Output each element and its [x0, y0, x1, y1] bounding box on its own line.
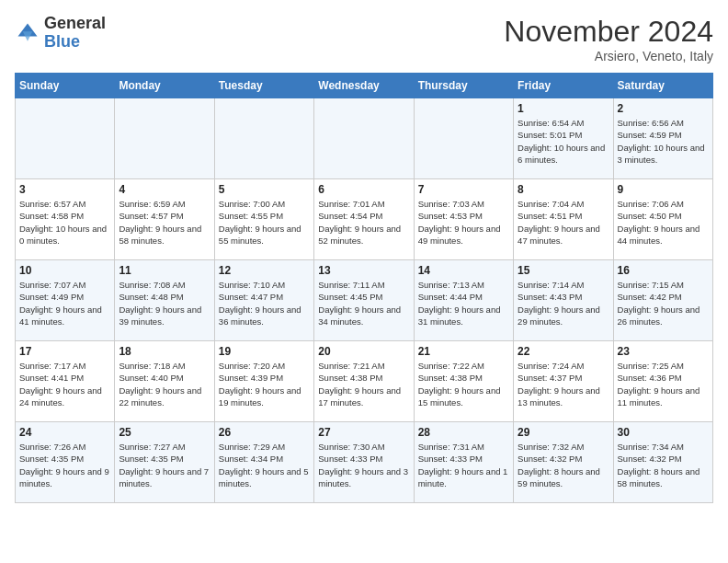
calendar-week-row: 24Sunrise: 7:26 AM Sunset: 4:35 PM Dayli… [16, 422, 713, 503]
calendar-cell: 27Sunrise: 7:30 AM Sunset: 4:33 PM Dayli… [314, 422, 414, 503]
calendar-cell [314, 98, 414, 179]
calendar-cell: 22Sunrise: 7:24 AM Sunset: 4:37 PM Dayli… [514, 341, 613, 422]
day-info: Sunrise: 7:00 AM Sunset: 4:55 PM Dayligh… [219, 198, 310, 247]
logo-blue: Blue [44, 32, 80, 51]
calendar-cell: 12Sunrise: 7:10 AM Sunset: 4:47 PM Dayli… [214, 260, 313, 341]
calendar-cell: 10Sunrise: 7:07 AM Sunset: 4:49 PM Dayli… [16, 260, 115, 341]
calendar-cell: 16Sunrise: 7:15 AM Sunset: 4:42 PM Dayli… [613, 260, 712, 341]
day-number: 15 [518, 264, 609, 277]
day-info: Sunrise: 7:10 AM Sunset: 4:47 PM Dayligh… [219, 279, 310, 327]
day-info: Sunrise: 7:13 AM Sunset: 4:44 PM Dayligh… [418, 279, 509, 327]
day-info: Sunrise: 7:26 AM Sunset: 4:35 PM Dayligh… [19, 441, 110, 489]
day-info: Sunrise: 7:03 AM Sunset: 4:53 PM Dayligh… [418, 198, 509, 247]
day-info: Sunrise: 7:21 AM Sunset: 4:38 PM Dayligh… [318, 360, 409, 408]
day-number: 26 [219, 426, 310, 439]
day-info: Sunrise: 7:34 AM Sunset: 4:32 PM Dayligh… [618, 441, 709, 489]
day-info: Sunrise: 7:06 AM Sunset: 4:50 PM Dayligh… [618, 198, 709, 247]
calendar-cell [414, 98, 513, 179]
day-info: Sunrise: 7:01 AM Sunset: 4:54 PM Dayligh… [318, 198, 409, 247]
day-number: 29 [518, 426, 609, 439]
day-info: Sunrise: 7:18 AM Sunset: 4:40 PM Dayligh… [119, 360, 210, 408]
header-day-thursday: Thursday [414, 74, 513, 98]
day-info: Sunrise: 7:27 AM Sunset: 4:35 PM Dayligh… [119, 441, 210, 489]
page-header: General Blue November 2024 Arsiero, Vene… [15, 15, 713, 63]
day-number: 23 [618, 345, 709, 358]
calendar-cell [214, 98, 313, 179]
calendar-header-row: SundayMondayTuesdayWednesdayThursdayFrid… [16, 74, 713, 98]
day-number: 16 [618, 264, 709, 277]
logo-icon [15, 20, 40, 46]
day-info: Sunrise: 7:20 AM Sunset: 4:39 PM Dayligh… [219, 360, 310, 408]
day-info: Sunrise: 7:24 AM Sunset: 4:37 PM Dayligh… [518, 360, 609, 408]
calendar-cell: 25Sunrise: 7:27 AM Sunset: 4:35 PM Dayli… [115, 422, 214, 503]
logo-text: General Blue [44, 15, 106, 52]
calendar-cell: 6Sunrise: 7:01 AM Sunset: 4:54 PM Daylig… [314, 179, 414, 260]
day-info: Sunrise: 7:30 AM Sunset: 4:33 PM Dayligh… [318, 441, 409, 489]
calendar-cell: 3Sunrise: 6:57 AM Sunset: 4:58 PM Daylig… [16, 179, 115, 260]
day-info: Sunrise: 7:25 AM Sunset: 4:36 PM Dayligh… [618, 360, 709, 408]
day-number: 3 [19, 183, 110, 196]
day-info: Sunrise: 7:14 AM Sunset: 4:43 PM Dayligh… [518, 279, 609, 327]
day-info: Sunrise: 6:56 AM Sunset: 4:59 PM Dayligh… [618, 117, 709, 166]
calendar-cell: 26Sunrise: 7:29 AM Sunset: 4:34 PM Dayli… [214, 422, 313, 503]
calendar-cell: 28Sunrise: 7:31 AM Sunset: 4:33 PM Dayli… [414, 422, 513, 503]
header-day-sunday: Sunday [16, 74, 115, 98]
day-number: 25 [119, 426, 210, 439]
day-info: Sunrise: 7:11 AM Sunset: 4:45 PM Dayligh… [318, 279, 409, 327]
header-day-monday: Monday [115, 74, 214, 98]
calendar-cell: 30Sunrise: 7:34 AM Sunset: 4:32 PM Dayli… [613, 422, 712, 503]
calendar-cell: 19Sunrise: 7:20 AM Sunset: 4:39 PM Dayli… [214, 341, 313, 422]
day-number: 27 [318, 426, 409, 439]
day-info: Sunrise: 7:22 AM Sunset: 4:38 PM Dayligh… [418, 360, 509, 408]
calendar-cell: 24Sunrise: 7:26 AM Sunset: 4:35 PM Dayli… [16, 422, 115, 503]
calendar-cell: 23Sunrise: 7:25 AM Sunset: 4:36 PM Dayli… [613, 341, 712, 422]
day-info: Sunrise: 6:59 AM Sunset: 4:57 PM Dayligh… [119, 198, 210, 247]
day-info: Sunrise: 7:04 AM Sunset: 4:51 PM Dayligh… [518, 198, 609, 247]
calendar-cell: 8Sunrise: 7:04 AM Sunset: 4:51 PM Daylig… [514, 179, 613, 260]
day-number: 30 [618, 426, 709, 439]
day-number: 17 [19, 345, 110, 358]
calendar-cell: 7Sunrise: 7:03 AM Sunset: 4:53 PM Daylig… [414, 179, 513, 260]
day-number: 9 [618, 183, 709, 196]
calendar-table: SundayMondayTuesdayWednesdayThursdayFrid… [15, 73, 713, 503]
calendar-week-row: 10Sunrise: 7:07 AM Sunset: 4:49 PM Dayli… [16, 260, 713, 341]
day-number: 1 [518, 102, 609, 115]
calendar-cell: 4Sunrise: 6:59 AM Sunset: 4:57 PM Daylig… [115, 179, 214, 260]
day-info: Sunrise: 7:17 AM Sunset: 4:41 PM Dayligh… [19, 360, 110, 408]
day-info: Sunrise: 7:08 AM Sunset: 4:48 PM Dayligh… [119, 279, 210, 327]
calendar-cell: 18Sunrise: 7:18 AM Sunset: 4:40 PM Dayli… [115, 341, 214, 422]
logo: General Blue [15, 15, 106, 52]
calendar-cell: 2Sunrise: 6:56 AM Sunset: 4:59 PM Daylig… [613, 98, 712, 179]
location: Arsiero, Veneto, Italy [504, 49, 713, 63]
day-number: 28 [418, 426, 509, 439]
calendar-cell: 14Sunrise: 7:13 AM Sunset: 4:44 PM Dayli… [414, 260, 513, 341]
day-number: 2 [618, 102, 709, 115]
day-info: Sunrise: 7:31 AM Sunset: 4:33 PM Dayligh… [418, 441, 509, 489]
logo-general: General [44, 14, 106, 32]
header-day-tuesday: Tuesday [214, 74, 313, 98]
calendar-cell: 13Sunrise: 7:11 AM Sunset: 4:45 PM Dayli… [314, 260, 414, 341]
calendar-cell: 5Sunrise: 7:00 AM Sunset: 4:55 PM Daylig… [214, 179, 313, 260]
calendar-cell: 20Sunrise: 7:21 AM Sunset: 4:38 PM Dayli… [314, 341, 414, 422]
month-title: November 2024 [504, 15, 713, 49]
day-info: Sunrise: 6:57 AM Sunset: 4:58 PM Dayligh… [19, 198, 110, 247]
calendar-cell: 17Sunrise: 7:17 AM Sunset: 4:41 PM Dayli… [16, 341, 115, 422]
day-number: 18 [119, 345, 210, 358]
calendar-cell: 1Sunrise: 6:54 AM Sunset: 5:01 PM Daylig… [514, 98, 613, 179]
calendar-cell: 11Sunrise: 7:08 AM Sunset: 4:48 PM Dayli… [115, 260, 214, 341]
day-info: Sunrise: 6:54 AM Sunset: 5:01 PM Dayligh… [518, 117, 609, 166]
day-number: 4 [119, 183, 210, 196]
day-number: 19 [219, 345, 310, 358]
day-number: 7 [418, 183, 509, 196]
day-number: 11 [119, 264, 210, 277]
day-number: 12 [219, 264, 310, 277]
calendar-cell: 21Sunrise: 7:22 AM Sunset: 4:38 PM Dayli… [414, 341, 513, 422]
day-info: Sunrise: 7:15 AM Sunset: 4:42 PM Dayligh… [618, 279, 709, 327]
header-day-friday: Friday [514, 74, 613, 98]
calendar-cell: 9Sunrise: 7:06 AM Sunset: 4:50 PM Daylig… [613, 179, 712, 260]
calendar-cell: 29Sunrise: 7:32 AM Sunset: 4:32 PM Dayli… [514, 422, 613, 503]
day-number: 13 [318, 264, 409, 277]
calendar-week-row: 3Sunrise: 6:57 AM Sunset: 4:58 PM Daylig… [16, 179, 713, 260]
calendar-week-row: 1Sunrise: 6:54 AM Sunset: 5:01 PM Daylig… [16, 98, 713, 179]
header-day-saturday: Saturday [613, 74, 712, 98]
